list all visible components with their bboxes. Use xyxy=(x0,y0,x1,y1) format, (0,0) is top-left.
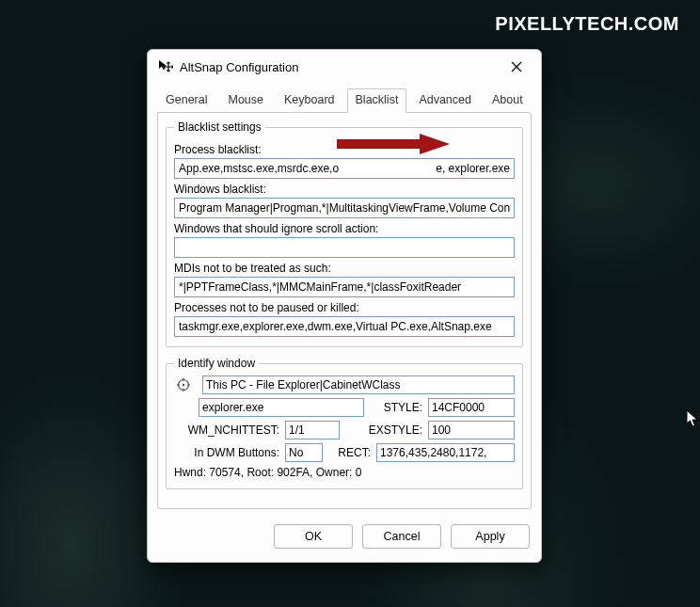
mdi-label: MDIs not to be treated as such: xyxy=(174,262,515,275)
titlebar: AltSnap Configuration xyxy=(148,50,541,82)
wm-nchittest-label: WM_NCHITTEST: xyxy=(174,423,279,437)
close-icon xyxy=(511,61,522,72)
tab-general[interactable]: General xyxy=(157,88,215,113)
apply-button[interactable]: Apply xyxy=(451,524,530,549)
windows-blacklist-label: Windows blacklist: xyxy=(174,183,515,196)
tab-mouse[interactable]: Mouse xyxy=(219,88,272,113)
identify-legend: Identify window xyxy=(174,357,259,370)
identify-window-input[interactable] xyxy=(202,375,515,394)
dwm-buttons-label: In DWM Buttons: xyxy=(174,446,279,459)
ok-button[interactable]: OK xyxy=(274,524,353,549)
blacklist-settings-group: Blacklist settings Process blacklist: Ap… xyxy=(166,120,523,347)
hwnd-info: Hwnd: 70574, Root: 902FA, Owner: 0 xyxy=(174,466,515,479)
rect-label: RECT: xyxy=(328,446,371,459)
identify-window-group: Identify window STYLE: WM_NCHIT xyxy=(166,357,523,489)
pause-label: Processes not to be paused or killed: xyxy=(174,301,515,314)
close-button[interactable] xyxy=(501,56,532,78)
tab-about[interactable]: About xyxy=(484,88,532,113)
svg-point-1 xyxy=(183,384,184,386)
tab-advanced[interactable]: Advanced xyxy=(410,88,480,113)
tab-panel-blacklist: Blacklist settings Process blacklist: Ap… xyxy=(157,112,532,509)
process-blacklist-label: Process blacklist: xyxy=(174,143,515,156)
tab-keyboard[interactable]: Keyboard xyxy=(276,88,343,113)
pause-input[interactable] xyxy=(174,316,515,337)
process-blacklist-input[interactable]: App.exe,mstsc.exe,msrdc.exe,o e, explore… xyxy=(174,158,515,179)
rect-value[interactable] xyxy=(376,443,515,462)
process-blacklist-value-left: App.exe,mstsc.exe,msrdc.exe,o xyxy=(179,162,339,175)
windows-blacklist-input[interactable] xyxy=(174,198,515,218)
process-blacklist-value-right: e, explorer.exe xyxy=(436,162,510,175)
exstyle-label: EXSTYLE: xyxy=(345,423,422,437)
dialog-title: AltSnap Configuration xyxy=(180,60,501,74)
identify-exe-input[interactable] xyxy=(199,398,364,417)
tab-bar: General Mouse Keyboard Blacklist Advance… xyxy=(148,82,541,112)
scroll-ignore-label: Windows that should ignore scroll action… xyxy=(174,222,515,235)
style-label: STYLE: xyxy=(370,401,422,414)
style-value[interactable] xyxy=(428,398,515,417)
altsnap-config-dialog: AltSnap Configuration General Mouse Keyb… xyxy=(147,49,542,563)
dialog-buttons: OK Cancel Apply xyxy=(148,517,541,562)
tab-blacklist[interactable]: Blacklist xyxy=(347,88,407,113)
dwm-buttons-value[interactable] xyxy=(285,443,323,462)
mdi-input[interactable] xyxy=(174,277,515,297)
cancel-button[interactable]: Cancel xyxy=(362,524,441,549)
exstyle-value[interactable] xyxy=(428,421,515,439)
app-move-icon xyxy=(157,58,174,75)
window-picker-icon[interactable] xyxy=(174,375,193,394)
blacklist-legend: Blacklist settings xyxy=(174,120,265,134)
scroll-ignore-input[interactable] xyxy=(174,237,515,258)
wm-nchittest-value[interactable] xyxy=(285,421,340,439)
watermark-text: PIXELLYTECH.COM xyxy=(495,13,679,35)
